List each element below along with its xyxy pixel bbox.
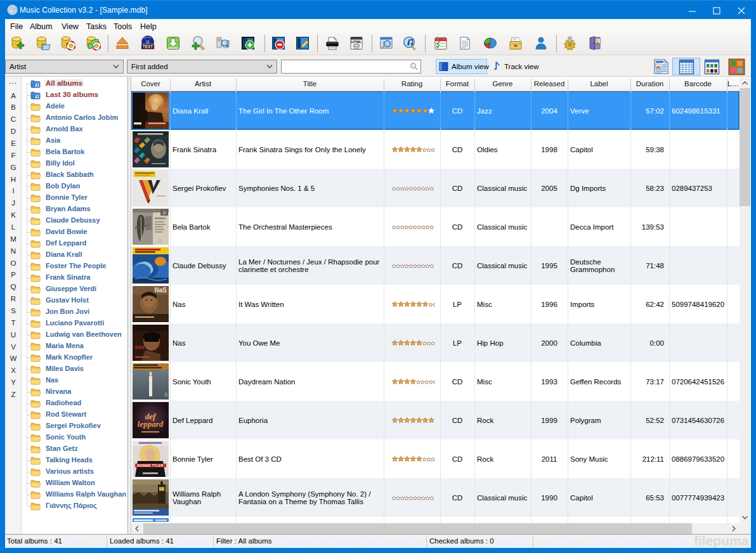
svg-text:a: a [164,391,168,398]
svg-text:leppard: leppard [138,419,164,429]
svg-text:NAS: NAS [135,345,145,349]
svg-text:2i: 2i [162,211,166,215]
svg-text:a: a [158,235,163,245]
svg-text:TEXT: TEXT [143,44,153,49]
svg-text:HTML: HTML [351,40,362,44]
svg-text:BONNIE TYLER: BONNIE TYLER [138,464,164,467]
svg-text:NaS: NaS [155,287,167,294]
